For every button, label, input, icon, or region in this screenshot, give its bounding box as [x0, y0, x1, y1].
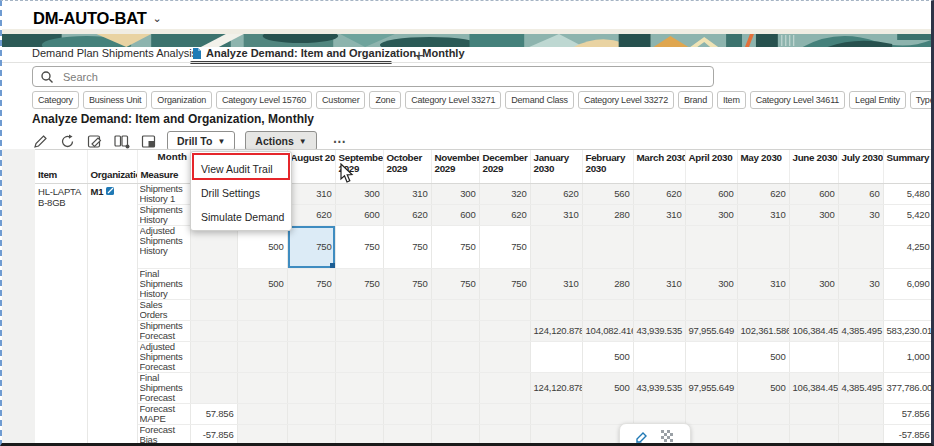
search-input[interactable] [61, 70, 705, 84]
window-icon[interactable] [140, 133, 157, 150]
data-cell[interactable] [237, 299, 287, 320]
data-cell[interactable] [237, 372, 287, 403]
data-cell[interactable]: 30 [838, 204, 883, 225]
data-cell[interactable]: 750 [335, 225, 383, 268]
data-cell[interactable] [190, 268, 237, 299]
measure-cell[interactable]: Shipments Forecast [137, 320, 190, 341]
filter-chip[interactable]: Demand Class [505, 91, 574, 109]
data-cell[interactable]: 300 [789, 268, 838, 299]
data-cell[interactable] [479, 424, 530, 445]
data-cell[interactable] [685, 403, 737, 424]
data-cell[interactable]: 600 [789, 183, 838, 204]
column-header[interactable]: March 2030 [633, 150, 685, 183]
data-cell[interactable]: 43,939.535 [633, 372, 685, 403]
data-cell[interactable] [287, 320, 335, 341]
data-cell[interactable] [530, 403, 582, 424]
data-cell[interactable] [237, 403, 287, 424]
data-cell[interactable]: 57.856 [883, 403, 933, 424]
filter-chip[interactable]: Category Level 15760 [216, 91, 312, 109]
data-cell[interactable] [335, 299, 383, 320]
data-cell[interactable] [287, 372, 335, 403]
data-cell[interactable]: 500 [737, 372, 789, 403]
data-cell[interactable]: 6,090 [883, 268, 933, 299]
data-cell[interactable] [431, 372, 479, 403]
data-cell[interactable] [685, 341, 737, 372]
fill-handle[interactable] [330, 263, 335, 268]
data-cell[interactable]: 1,000 [883, 341, 933, 372]
data-cell[interactable]: 750 [383, 268, 431, 299]
data-cell[interactable]: 5,420 [883, 204, 933, 225]
data-cell[interactable] [237, 424, 287, 445]
data-cell[interactable] [190, 320, 237, 341]
menu-item-drill-settings[interactable]: Drill Settings [191, 181, 291, 205]
data-cell[interactable]: 750 [431, 268, 479, 299]
data-cell[interactable] [530, 424, 582, 445]
filter-chip[interactable]: Organization [151, 91, 212, 109]
data-cell[interactable] [287, 403, 335, 424]
data-cell[interactable]: 600 [335, 204, 383, 225]
data-cell[interactable] [633, 299, 685, 320]
tab-demand-plan-shipments-analysis[interactable]: Demand Plan Shipments Analysis [32, 47, 197, 59]
data-cell[interactable] [633, 341, 685, 372]
data-cell[interactable] [838, 403, 883, 424]
data-cell[interactable]: 310 [737, 204, 789, 225]
data-cell[interactable] [431, 320, 479, 341]
measure-cell[interactable]: Adjusted Shipments Forecast [137, 341, 190, 372]
data-cell[interactable]: -57.856 [883, 424, 933, 445]
column-header[interactable]: July 2030 [838, 150, 883, 183]
measure-cell[interactable]: Sales Orders [137, 299, 190, 320]
data-cell[interactable] [530, 341, 582, 372]
data-cell[interactable]: 124,120.878 [530, 320, 582, 341]
data-cell[interactable]: 500 [582, 372, 633, 403]
data-cell[interactable] [431, 299, 479, 320]
data-cell[interactable]: 500 [737, 341, 789, 372]
data-cell[interactable] [335, 372, 383, 403]
data-cell[interactable]: 57.856 [190, 403, 237, 424]
data-cell[interactable] [431, 424, 479, 445]
data-cell[interactable]: 4,385.495 [838, 372, 883, 403]
pattern-grid-icon[interactable] [661, 430, 676, 445]
data-cell[interactable]: 310 [633, 204, 685, 225]
data-cell[interactable]: 280 [582, 268, 633, 299]
column-header[interactable]: November 2029 [431, 150, 479, 183]
column-header[interactable]: August 2029 [287, 150, 335, 183]
data-cell[interactable] [633, 403, 685, 424]
data-cell[interactable] [789, 299, 838, 320]
data-cell[interactable]: 750 [287, 268, 335, 299]
data-cell[interactable]: 106,384.45 [789, 320, 838, 341]
data-cell[interactable] [287, 424, 335, 445]
data-cell[interactable]: 750 [479, 268, 530, 299]
measure-cell[interactable]: Shipments History [137, 204, 190, 225]
data-cell[interactable] [685, 299, 737, 320]
data-cell[interactable]: 300 [685, 268, 737, 299]
data-cell[interactable] [838, 424, 883, 445]
data-cell[interactable] [383, 372, 431, 403]
data-cell[interactable] [685, 424, 737, 445]
data-cell[interactable]: 310 [530, 204, 582, 225]
data-cell[interactable]: 620 [737, 183, 789, 204]
edit-pencil-icon[interactable] [32, 133, 49, 150]
data-cell[interactable] [237, 320, 287, 341]
data-cell[interactable]: 310 [287, 183, 335, 204]
organization-cell[interactable]: M1 [87, 183, 137, 446]
filter-chip[interactable]: Business Unit [83, 91, 147, 109]
data-cell[interactable]: 310 [737, 268, 789, 299]
plan-title-button[interactable]: DM-AUTO-BAT ⌄ [27, 8, 168, 29]
data-cell[interactable]: 4,250 [883, 225, 933, 268]
data-cell[interactable] [287, 341, 335, 372]
data-cell[interactable]: 620 [479, 204, 530, 225]
item-cell[interactable]: HL-LAPTAB-8GB [35, 183, 87, 446]
filter-chip[interactable]: Category Level 34611 [750, 91, 845, 109]
data-cell[interactable]: 5,480 [883, 183, 933, 204]
data-cell[interactable] [789, 403, 838, 424]
data-cell[interactable]: 620 [633, 183, 685, 204]
data-cell[interactable]: 97,955.649 [685, 372, 737, 403]
data-cell[interactable]: 106,384.45 [789, 372, 838, 403]
measure-cell[interactable]: Final Shipments History [137, 268, 190, 299]
data-cell[interactable] [530, 225, 582, 268]
data-cell[interactable]: 310 [383, 183, 431, 204]
add-tab-button[interactable]: + [408, 45, 430, 67]
column-header[interactable]: February 2030 [582, 150, 633, 183]
measure-cell[interactable]: Forecast MAPE [137, 403, 190, 424]
data-cell[interactable] [789, 341, 838, 372]
